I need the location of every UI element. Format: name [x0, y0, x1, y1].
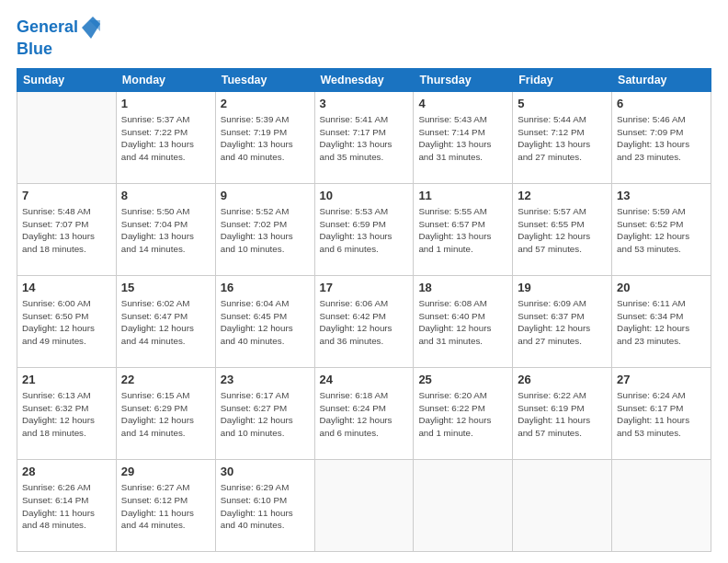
day-info: Sunrise: 5:59 AMSunset: 6:52 PMDaylight:… — [617, 205, 706, 255]
day-number: 26 — [518, 372, 607, 388]
day-info: Sunrise: 6:20 AMSunset: 6:22 PMDaylight:… — [418, 389, 507, 439]
calendar-cell: 4Sunrise: 5:43 AMSunset: 7:14 PMDaylight… — [414, 91, 513, 183]
day-info: Sunrise: 6:26 AMSunset: 6:14 PMDaylight:… — [22, 481, 111, 531]
day-info: Sunrise: 6:02 AMSunset: 6:47 PMDaylight:… — [121, 297, 210, 347]
logo-icon — [80, 15, 102, 40]
weekday-header-row: SundayMondayTuesdayWednesdayThursdayFrid… — [17, 68, 711, 91]
day-number: 14 — [22, 280, 111, 296]
weekday-header-wednesday: Wednesday — [314, 68, 414, 91]
day-info: Sunrise: 5:53 AMSunset: 6:59 PMDaylight:… — [320, 205, 409, 255]
calendar-cell — [513, 459, 612, 551]
calendar-cell — [17, 91, 117, 183]
calendar-cell: 22Sunrise: 6:15 AMSunset: 6:29 PMDayligh… — [116, 367, 215, 459]
calendar-cell: 14Sunrise: 6:00 AMSunset: 6:50 PMDayligh… — [17, 275, 117, 367]
day-info: Sunrise: 5:48 AMSunset: 7:07 PMDaylight:… — [22, 205, 111, 255]
week-row-2: 7Sunrise: 5:48 AMSunset: 7:07 PMDaylight… — [17, 183, 711, 275]
weekday-header-friday: Friday — [513, 68, 612, 91]
day-info: Sunrise: 5:43 AMSunset: 7:14 PMDaylight:… — [418, 113, 507, 163]
day-number: 15 — [121, 280, 210, 296]
weekday-header-sunday: Sunday — [17, 68, 117, 91]
calendar-cell: 24Sunrise: 6:18 AMSunset: 6:24 PMDayligh… — [314, 367, 414, 459]
calendar-cell: 19Sunrise: 6:09 AMSunset: 6:37 PMDayligh… — [513, 275, 612, 367]
day-number: 9 — [221, 188, 310, 204]
day-number: 20 — [617, 280, 706, 296]
calendar-cell — [414, 459, 513, 551]
weekday-header-monday: Monday — [116, 68, 215, 91]
day-info: Sunrise: 6:08 AMSunset: 6:40 PMDaylight:… — [418, 297, 507, 347]
day-info: Sunrise: 6:15 AMSunset: 6:29 PMDaylight:… — [121, 389, 210, 439]
day-number: 19 — [518, 280, 607, 296]
day-info: Sunrise: 5:55 AMSunset: 6:57 PMDaylight:… — [418, 205, 507, 255]
calendar-cell: 3Sunrise: 5:41 AMSunset: 7:17 PMDaylight… — [314, 91, 414, 183]
day-info: Sunrise: 5:41 AMSunset: 7:17 PMDaylight:… — [320, 113, 409, 163]
week-row-4: 21Sunrise: 6:13 AMSunset: 6:32 PMDayligh… — [17, 367, 711, 459]
calendar-cell: 7Sunrise: 5:48 AMSunset: 7:07 PMDaylight… — [17, 183, 117, 275]
logo-text: General — [17, 18, 78, 37]
day-number: 13 — [617, 188, 706, 204]
day-info: Sunrise: 6:09 AMSunset: 6:37 PMDaylight:… — [518, 297, 607, 347]
calendar-cell: 21Sunrise: 6:13 AMSunset: 6:32 PMDayligh… — [17, 367, 117, 459]
day-info: Sunrise: 5:44 AMSunset: 7:12 PMDaylight:… — [518, 113, 607, 163]
calendar-cell: 23Sunrise: 6:17 AMSunset: 6:27 PMDayligh… — [215, 367, 314, 459]
calendar-cell: 17Sunrise: 6:06 AMSunset: 6:42 PMDayligh… — [314, 275, 414, 367]
day-number: 12 — [518, 188, 607, 204]
day-number: 7 — [22, 188, 111, 204]
day-info: Sunrise: 5:37 AMSunset: 7:22 PMDaylight:… — [121, 113, 210, 163]
day-info: Sunrise: 5:52 AMSunset: 7:02 PMDaylight:… — [221, 205, 310, 255]
calendar-cell: 27Sunrise: 6:24 AMSunset: 6:17 PMDayligh… — [612, 367, 711, 459]
calendar-cell: 26Sunrise: 6:22 AMSunset: 6:19 PMDayligh… — [513, 367, 612, 459]
day-info: Sunrise: 6:04 AMSunset: 6:45 PMDaylight:… — [221, 297, 310, 347]
calendar-cell — [314, 459, 414, 551]
day-info: Sunrise: 6:29 AMSunset: 6:10 PMDaylight:… — [221, 481, 310, 531]
day-number: 2 — [221, 96, 310, 112]
day-info: Sunrise: 5:46 AMSunset: 7:09 PMDaylight:… — [617, 113, 706, 163]
day-number: 25 — [418, 372, 507, 388]
calendar-cell: 15Sunrise: 6:02 AMSunset: 6:47 PMDayligh… — [116, 275, 215, 367]
week-row-1: 1Sunrise: 5:37 AMSunset: 7:22 PMDaylight… — [17, 91, 711, 183]
calendar-cell: 28Sunrise: 6:26 AMSunset: 6:14 PMDayligh… — [17, 459, 117, 551]
header: General Blue — [17, 15, 711, 59]
day-number: 22 — [121, 372, 210, 388]
day-info: Sunrise: 6:11 AMSunset: 6:34 PMDaylight:… — [617, 297, 706, 347]
day-number: 29 — [121, 464, 210, 480]
day-number: 10 — [320, 188, 409, 204]
calendar-table: SundayMondayTuesdayWednesdayThursdayFrid… — [17, 68, 711, 552]
week-row-5: 28Sunrise: 6:26 AMSunset: 6:14 PMDayligh… — [17, 459, 711, 551]
weekday-header-thursday: Thursday — [414, 68, 513, 91]
day-info: Sunrise: 6:00 AMSunset: 6:50 PMDaylight:… — [22, 297, 111, 347]
calendar-cell: 8Sunrise: 5:50 AMSunset: 7:04 PMDaylight… — [116, 183, 215, 275]
logo: General Blue — [17, 15, 102, 59]
calendar-cell: 6Sunrise: 5:46 AMSunset: 7:09 PMDaylight… — [612, 91, 711, 183]
day-info: Sunrise: 5:39 AMSunset: 7:19 PMDaylight:… — [221, 113, 310, 163]
calendar-cell: 12Sunrise: 5:57 AMSunset: 6:55 PMDayligh… — [513, 183, 612, 275]
day-info: Sunrise: 6:24 AMSunset: 6:17 PMDaylight:… — [617, 389, 706, 439]
day-number: 16 — [221, 280, 310, 296]
day-number: 21 — [22, 372, 111, 388]
calendar-cell: 2Sunrise: 5:39 AMSunset: 7:19 PMDaylight… — [215, 91, 314, 183]
day-number: 6 — [617, 96, 706, 112]
calendar-cell: 30Sunrise: 6:29 AMSunset: 6:10 PMDayligh… — [215, 459, 314, 551]
day-number: 30 — [221, 464, 310, 480]
calendar-cell: 10Sunrise: 5:53 AMSunset: 6:59 PMDayligh… — [314, 183, 414, 275]
day-number: 18 — [418, 280, 507, 296]
day-info: Sunrise: 6:06 AMSunset: 6:42 PMDaylight:… — [320, 297, 409, 347]
calendar-cell: 5Sunrise: 5:44 AMSunset: 7:12 PMDaylight… — [513, 91, 612, 183]
day-number: 3 — [320, 96, 409, 112]
day-number: 28 — [22, 464, 111, 480]
day-number: 5 — [518, 96, 607, 112]
day-info: Sunrise: 6:17 AMSunset: 6:27 PMDaylight:… — [221, 389, 310, 439]
day-number: 17 — [320, 280, 409, 296]
page: General Blue SundayMondayTuesdayWednesda… — [0, 0, 728, 563]
weekday-header-saturday: Saturday — [612, 68, 711, 91]
calendar-cell: 20Sunrise: 6:11 AMSunset: 6:34 PMDayligh… — [612, 275, 711, 367]
calendar-cell: 25Sunrise: 6:20 AMSunset: 6:22 PMDayligh… — [414, 367, 513, 459]
day-number: 24 — [320, 372, 409, 388]
day-number: 23 — [221, 372, 310, 388]
day-number: 4 — [418, 96, 507, 112]
day-info: Sunrise: 6:27 AMSunset: 6:12 PMDaylight:… — [121, 481, 210, 531]
day-number: 8 — [121, 188, 210, 204]
day-info: Sunrise: 6:18 AMSunset: 6:24 PMDaylight:… — [320, 389, 409, 439]
calendar-cell — [612, 459, 711, 551]
day-number: 11 — [418, 188, 507, 204]
calendar-cell: 18Sunrise: 6:08 AMSunset: 6:40 PMDayligh… — [414, 275, 513, 367]
